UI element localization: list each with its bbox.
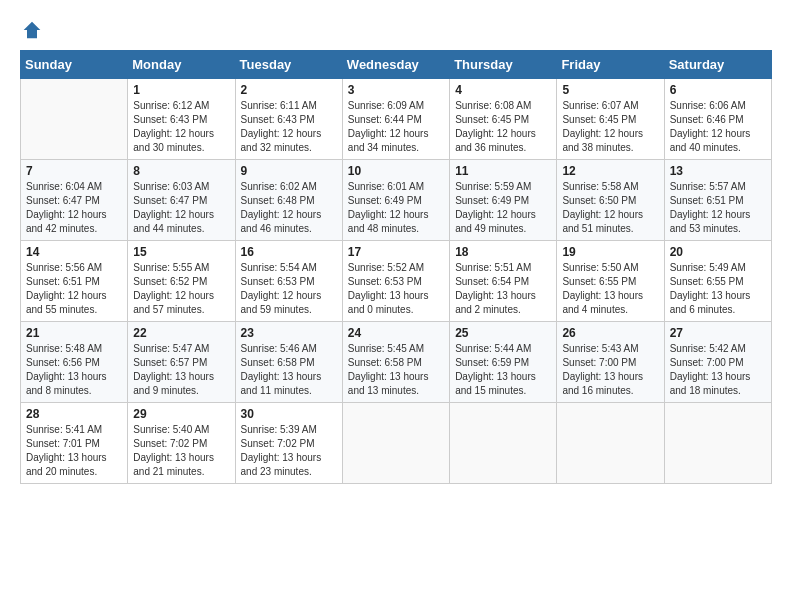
day-number: 23 — [241, 326, 337, 340]
day-number: 28 — [26, 407, 122, 421]
cell-info: Sunrise: 5:39 AMSunset: 7:02 PMDaylight:… — [241, 423, 337, 479]
cell-info: Sunrise: 6:02 AMSunset: 6:48 PMDaylight:… — [241, 180, 337, 236]
col-sunday: Sunday — [21, 51, 128, 79]
day-number: 15 — [133, 245, 229, 259]
day-number: 24 — [348, 326, 444, 340]
calendar-cell: 14Sunrise: 5:56 AMSunset: 6:51 PMDayligh… — [21, 241, 128, 322]
cell-info: Sunrise: 5:41 AMSunset: 7:01 PMDaylight:… — [26, 423, 122, 479]
calendar-cell — [342, 403, 449, 484]
cell-info: Sunrise: 6:09 AMSunset: 6:44 PMDaylight:… — [348, 99, 444, 155]
cell-info: Sunrise: 5:51 AMSunset: 6:54 PMDaylight:… — [455, 261, 551, 317]
calendar-cell — [664, 403, 771, 484]
cell-info: Sunrise: 5:55 AMSunset: 6:52 PMDaylight:… — [133, 261, 229, 317]
day-number: 22 — [133, 326, 229, 340]
col-monday: Monday — [128, 51, 235, 79]
calendar-cell: 27Sunrise: 5:42 AMSunset: 7:00 PMDayligh… — [664, 322, 771, 403]
cell-info: Sunrise: 6:11 AMSunset: 6:43 PMDaylight:… — [241, 99, 337, 155]
day-number: 17 — [348, 245, 444, 259]
col-wednesday: Wednesday — [342, 51, 449, 79]
cell-info: Sunrise: 5:50 AMSunset: 6:55 PMDaylight:… — [562, 261, 658, 317]
calendar-cell: 1Sunrise: 6:12 AMSunset: 6:43 PMDaylight… — [128, 79, 235, 160]
day-number: 26 — [562, 326, 658, 340]
calendar-cell: 8Sunrise: 6:03 AMSunset: 6:47 PMDaylight… — [128, 160, 235, 241]
col-friday: Friday — [557, 51, 664, 79]
svg-marker-0 — [24, 22, 41, 39]
day-number: 5 — [562, 83, 658, 97]
logo-icon — [22, 20, 42, 40]
calendar-cell: 25Sunrise: 5:44 AMSunset: 6:59 PMDayligh… — [450, 322, 557, 403]
header-row: Sunday Monday Tuesday Wednesday Thursday… — [21, 51, 772, 79]
calendar-cell: 19Sunrise: 5:50 AMSunset: 6:55 PMDayligh… — [557, 241, 664, 322]
col-saturday: Saturday — [664, 51, 771, 79]
cell-info: Sunrise: 5:58 AMSunset: 6:50 PMDaylight:… — [562, 180, 658, 236]
calendar-week-row: 28Sunrise: 5:41 AMSunset: 7:01 PMDayligh… — [21, 403, 772, 484]
cell-info: Sunrise: 5:44 AMSunset: 6:59 PMDaylight:… — [455, 342, 551, 398]
day-number: 14 — [26, 245, 122, 259]
day-number: 13 — [670, 164, 766, 178]
cell-info: Sunrise: 5:45 AMSunset: 6:58 PMDaylight:… — [348, 342, 444, 398]
day-number: 25 — [455, 326, 551, 340]
calendar-cell: 2Sunrise: 6:11 AMSunset: 6:43 PMDaylight… — [235, 79, 342, 160]
cell-info: Sunrise: 6:12 AMSunset: 6:43 PMDaylight:… — [133, 99, 229, 155]
calendar-cell: 12Sunrise: 5:58 AMSunset: 6:50 PMDayligh… — [557, 160, 664, 241]
calendar-week-row: 14Sunrise: 5:56 AMSunset: 6:51 PMDayligh… — [21, 241, 772, 322]
calendar-cell — [450, 403, 557, 484]
calendar-cell: 5Sunrise: 6:07 AMSunset: 6:45 PMDaylight… — [557, 79, 664, 160]
day-number: 6 — [670, 83, 766, 97]
cell-info: Sunrise: 5:43 AMSunset: 7:00 PMDaylight:… — [562, 342, 658, 398]
calendar-cell: 20Sunrise: 5:49 AMSunset: 6:55 PMDayligh… — [664, 241, 771, 322]
day-number: 4 — [455, 83, 551, 97]
cell-info: Sunrise: 5:59 AMSunset: 6:49 PMDaylight:… — [455, 180, 551, 236]
col-tuesday: Tuesday — [235, 51, 342, 79]
cell-info: Sunrise: 5:54 AMSunset: 6:53 PMDaylight:… — [241, 261, 337, 317]
calendar-cell: 22Sunrise: 5:47 AMSunset: 6:57 PMDayligh… — [128, 322, 235, 403]
day-number: 12 — [562, 164, 658, 178]
calendar-body: 1Sunrise: 6:12 AMSunset: 6:43 PMDaylight… — [21, 79, 772, 484]
cell-info: Sunrise: 6:04 AMSunset: 6:47 PMDaylight:… — [26, 180, 122, 236]
cell-info: Sunrise: 6:03 AMSunset: 6:47 PMDaylight:… — [133, 180, 229, 236]
calendar-cell: 10Sunrise: 6:01 AMSunset: 6:49 PMDayligh… — [342, 160, 449, 241]
cell-info: Sunrise: 5:49 AMSunset: 6:55 PMDaylight:… — [670, 261, 766, 317]
cell-info: Sunrise: 6:01 AMSunset: 6:49 PMDaylight:… — [348, 180, 444, 236]
calendar-cell: 23Sunrise: 5:46 AMSunset: 6:58 PMDayligh… — [235, 322, 342, 403]
cell-info: Sunrise: 5:46 AMSunset: 6:58 PMDaylight:… — [241, 342, 337, 398]
cell-info: Sunrise: 5:56 AMSunset: 6:51 PMDaylight:… — [26, 261, 122, 317]
calendar-table: Sunday Monday Tuesday Wednesday Thursday… — [20, 50, 772, 484]
calendar-cell: 6Sunrise: 6:06 AMSunset: 6:46 PMDaylight… — [664, 79, 771, 160]
calendar-cell: 3Sunrise: 6:09 AMSunset: 6:44 PMDaylight… — [342, 79, 449, 160]
cell-info: Sunrise: 6:08 AMSunset: 6:45 PMDaylight:… — [455, 99, 551, 155]
calendar-cell: 18Sunrise: 5:51 AMSunset: 6:54 PMDayligh… — [450, 241, 557, 322]
cell-info: Sunrise: 5:47 AMSunset: 6:57 PMDaylight:… — [133, 342, 229, 398]
day-number: 29 — [133, 407, 229, 421]
cell-info: Sunrise: 5:48 AMSunset: 6:56 PMDaylight:… — [26, 342, 122, 398]
cell-info: Sunrise: 5:42 AMSunset: 7:00 PMDaylight:… — [670, 342, 766, 398]
calendar-cell: 7Sunrise: 6:04 AMSunset: 6:47 PMDaylight… — [21, 160, 128, 241]
day-number: 19 — [562, 245, 658, 259]
cell-info: Sunrise: 6:06 AMSunset: 6:46 PMDaylight:… — [670, 99, 766, 155]
calendar-cell — [21, 79, 128, 160]
day-number: 20 — [670, 245, 766, 259]
day-number: 21 — [26, 326, 122, 340]
calendar-cell: 28Sunrise: 5:41 AMSunset: 7:01 PMDayligh… — [21, 403, 128, 484]
calendar-cell: 9Sunrise: 6:02 AMSunset: 6:48 PMDaylight… — [235, 160, 342, 241]
col-thursday: Thursday — [450, 51, 557, 79]
day-number: 11 — [455, 164, 551, 178]
page-header — [20, 20, 772, 40]
calendar-cell — [557, 403, 664, 484]
calendar-cell: 13Sunrise: 5:57 AMSunset: 6:51 PMDayligh… — [664, 160, 771, 241]
calendar-cell: 30Sunrise: 5:39 AMSunset: 7:02 PMDayligh… — [235, 403, 342, 484]
logo — [20, 20, 44, 40]
calendar-week-row: 7Sunrise: 6:04 AMSunset: 6:47 PMDaylight… — [21, 160, 772, 241]
calendar-cell: 11Sunrise: 5:59 AMSunset: 6:49 PMDayligh… — [450, 160, 557, 241]
day-number: 7 — [26, 164, 122, 178]
day-number: 30 — [241, 407, 337, 421]
day-number: 16 — [241, 245, 337, 259]
calendar-cell: 16Sunrise: 5:54 AMSunset: 6:53 PMDayligh… — [235, 241, 342, 322]
cell-info: Sunrise: 6:07 AMSunset: 6:45 PMDaylight:… — [562, 99, 658, 155]
cell-info: Sunrise: 5:57 AMSunset: 6:51 PMDaylight:… — [670, 180, 766, 236]
calendar-cell: 4Sunrise: 6:08 AMSunset: 6:45 PMDaylight… — [450, 79, 557, 160]
day-number: 9 — [241, 164, 337, 178]
calendar-week-row: 1Sunrise: 6:12 AMSunset: 6:43 PMDaylight… — [21, 79, 772, 160]
calendar-cell: 15Sunrise: 5:55 AMSunset: 6:52 PMDayligh… — [128, 241, 235, 322]
day-number: 10 — [348, 164, 444, 178]
